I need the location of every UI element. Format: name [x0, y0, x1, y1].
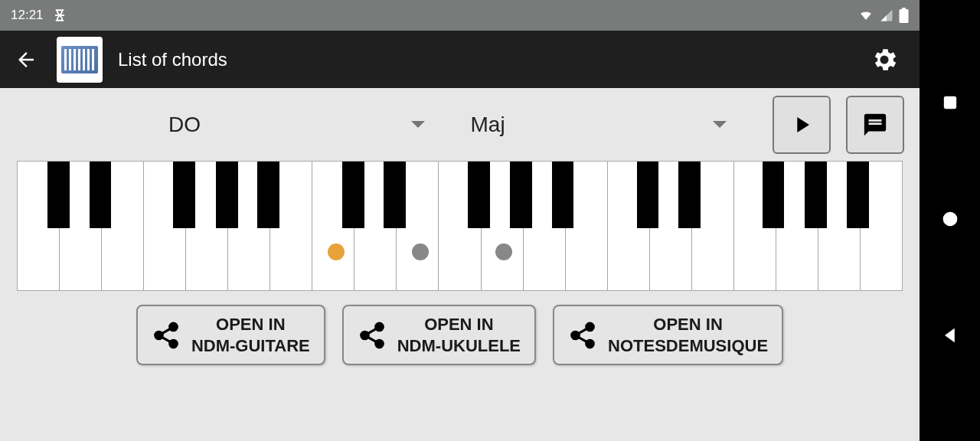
app-icon	[57, 37, 103, 83]
white-key[interactable]	[270, 162, 312, 290]
battery-icon	[899, 8, 909, 23]
svg-point-5	[170, 340, 178, 348]
controls-row: DO Maj	[0, 88, 920, 161]
white-key[interactable]	[18, 162, 60, 290]
share-button-label: OPEN INNOTESDEMUSIQUE	[608, 314, 768, 356]
svg-line-6	[162, 328, 170, 333]
white-key[interactable]	[144, 162, 186, 290]
svg-point-10	[375, 340, 383, 348]
white-key[interactable]	[60, 162, 102, 290]
chord-note-dot	[495, 243, 512, 260]
white-key[interactable]	[312, 162, 354, 290]
triangle-back-icon	[939, 325, 961, 346]
play-button[interactable]	[773, 96, 831, 154]
svg-line-12	[368, 337, 376, 341]
chord-note-dot	[412, 243, 429, 260]
chord-type-dropdown[interactable]: Maj	[456, 106, 743, 144]
svg-point-9	[361, 332, 368, 339]
share-icon	[152, 321, 181, 350]
white-key[interactable]	[566, 162, 608, 290]
white-key[interactable]	[818, 162, 861, 290]
root-note-dropdown[interactable]: DO	[153, 106, 440, 144]
share-icon	[568, 321, 597, 350]
nav-recent-button[interactable]	[939, 92, 961, 116]
chord-type-value: Maj	[471, 113, 505, 137]
status-bar: 12:21	[0, 0, 920, 31]
circle-icon	[939, 208, 961, 230]
white-key[interactable]	[482, 162, 524, 290]
white-key[interactable]	[397, 162, 439, 290]
back-arrow-icon	[15, 48, 38, 71]
share-icon	[358, 321, 387, 350]
chevron-down-icon	[713, 121, 727, 128]
white-key[interactable]	[650, 162, 692, 290]
settings-button[interactable]	[867, 43, 901, 77]
white-key[interactable]	[439, 162, 481, 290]
status-time: 12:21	[11, 8, 44, 23]
nav-back-button[interactable]	[939, 325, 961, 349]
white-key[interactable]	[861, 162, 902, 290]
white-key[interactable]	[692, 162, 734, 290]
status-app-icon	[53, 8, 67, 22]
page-title: List of chords	[118, 49, 852, 70]
svg-line-7	[162, 337, 170, 341]
piano-keyboard[interactable]	[17, 161, 903, 291]
chord-note-dot	[328, 243, 345, 260]
comment-button[interactable]	[846, 96, 904, 154]
svg-line-16	[579, 328, 587, 333]
svg-rect-18	[943, 96, 956, 109]
gear-icon	[870, 45, 899, 74]
white-key[interactable]	[608, 162, 650, 290]
svg-line-11	[368, 328, 376, 333]
root-note-value: DO	[168, 113, 201, 137]
share-button-label: OPEN INNDM-UKULELE	[397, 314, 521, 356]
share-button-2[interactable]: OPEN INNOTESDEMUSIQUE	[553, 305, 783, 365]
chevron-down-icon	[411, 121, 425, 128]
comment-icon	[862, 112, 888, 138]
wifi-icon	[858, 8, 874, 22]
share-button-1[interactable]: OPEN INNDM-UKULELE	[342, 305, 536, 365]
android-nav-bar	[920, 0, 980, 441]
nav-home-button[interactable]	[939, 208, 961, 233]
white-key[interactable]	[102, 162, 144, 290]
svg-point-19	[942, 212, 957, 227]
signal-icon	[879, 8, 894, 22]
svg-point-15	[586, 340, 594, 348]
svg-point-8	[375, 323, 383, 331]
square-icon	[939, 92, 961, 113]
svg-rect-1	[900, 9, 909, 23]
app-bar: List of chords	[0, 31, 920, 88]
white-key[interactable]	[776, 162, 818, 290]
white-key[interactable]	[734, 162, 776, 290]
white-key[interactable]	[354, 162, 397, 290]
svg-line-17	[579, 337, 587, 341]
svg-point-4	[155, 332, 163, 339]
share-button-0[interactable]: OPEN INNDM-GUITARE	[136, 305, 325, 365]
play-icon	[789, 112, 815, 138]
svg-point-3	[170, 323, 178, 331]
svg-point-13	[586, 323, 594, 331]
white-key[interactable]	[228, 162, 270, 290]
svg-point-14	[572, 332, 580, 339]
svg-rect-2	[902, 8, 906, 10]
share-row: OPEN INNDM-GUITAREOPEN INNDM-UKULELEOPEN…	[0, 291, 920, 379]
white-key[interactable]	[186, 162, 228, 290]
back-button[interactable]	[11, 44, 41, 75]
white-key[interactable]	[524, 162, 566, 290]
share-button-label: OPEN INNDM-GUITARE	[191, 314, 310, 356]
